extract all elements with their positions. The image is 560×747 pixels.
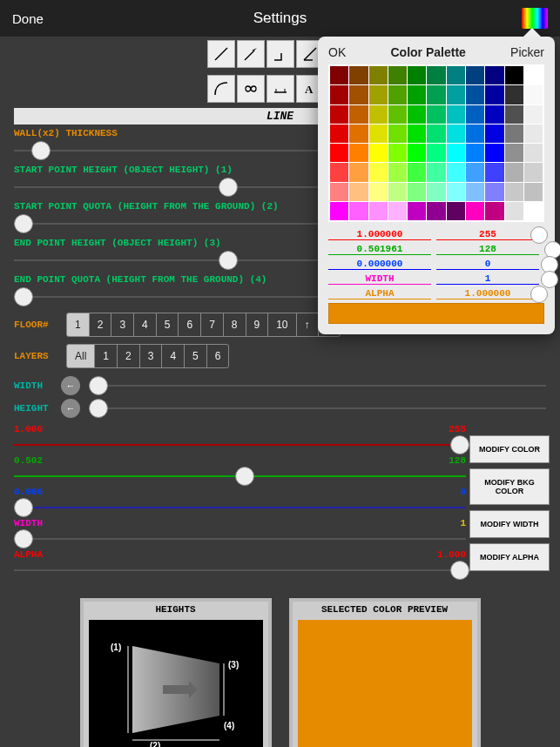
modify-bkg-color-button[interactable]: MODIFY BKG COLOR: [469, 468, 550, 505]
color-swatch[interactable]: [369, 66, 388, 84]
seg-item-6[interactable]: 6: [178, 313, 201, 337]
color-swatch[interactable]: [349, 163, 368, 181]
color-swatch[interactable]: [349, 144, 368, 162]
color-swatch[interactable]: [427, 183, 445, 201]
color-swatch[interactable]: [466, 183, 484, 201]
color-swatch[interactable]: [447, 183, 465, 201]
modify-alpha-button[interactable]: MODIFY ALPHA: [469, 543, 550, 571]
g-slider[interactable]: [14, 466, 466, 487]
color-swatch[interactable]: [330, 124, 348, 143]
color-swatch[interactable]: [505, 144, 523, 162]
height-slider[interactable]: [89, 398, 546, 419]
seg-item-↑[interactable]: ↑: [296, 313, 319, 337]
color-swatch[interactable]: [505, 124, 523, 143]
color-swatch[interactable]: [466, 85, 484, 104]
color-swatch[interactable]: [369, 85, 388, 104]
color-swatch[interactable]: [330, 105, 348, 124]
color-swatch[interactable]: [369, 163, 388, 181]
color-swatch[interactable]: [408, 202, 426, 220]
color-swatch[interactable]: [427, 144, 445, 162]
seg-item-6[interactable]: 6: [206, 344, 230, 368]
color-swatch[interactable]: [408, 105, 426, 124]
color-swatch[interactable]: [447, 105, 465, 124]
color-swatch[interactable]: [447, 202, 465, 220]
seg-item-5[interactable]: 5: [156, 313, 179, 337]
color-swatch[interactable]: [447, 66, 465, 84]
color-swatch[interactable]: [524, 144, 543, 162]
color-swatch[interactable]: [408, 85, 426, 104]
seg-item-4[interactable]: 4: [133, 313, 157, 337]
color-swatch[interactable]: [408, 66, 426, 84]
color-swatch[interactable]: [349, 202, 368, 220]
seg-item-7[interactable]: 7: [200, 313, 224, 337]
color-swatch[interactable]: [349, 85, 368, 104]
color-swatch[interactable]: [369, 202, 388, 220]
width-slider[interactable]: [89, 375, 546, 396]
color-swatch[interactable]: [485, 66, 503, 84]
color-swatch[interactable]: [447, 163, 465, 181]
seg-item-9[interactable]: 9: [246, 313, 269, 337]
color-swatch[interactable]: [466, 66, 484, 84]
color-swatch[interactable]: [349, 66, 368, 84]
color-swatch[interactable]: [330, 85, 348, 104]
color-swatch[interactable]: [369, 105, 388, 124]
seg-item-2[interactable]: 2: [89, 313, 112, 337]
a-slider[interactable]: [14, 560, 466, 581]
tool-curve-icon[interactable]: [207, 75, 235, 103]
color-swatch[interactable]: [505, 105, 523, 124]
color-swatch[interactable]: [388, 144, 407, 162]
color-swatch[interactable]: [505, 202, 523, 220]
seg-item-all[interactable]: All: [66, 344, 95, 368]
color-swatch[interactable]: [524, 163, 543, 181]
tool-measure-icon[interactable]: [267, 75, 294, 103]
color-swatch[interactable]: [505, 163, 523, 181]
color-swatch[interactable]: [408, 124, 426, 143]
seg-item-8[interactable]: 8: [223, 313, 246, 337]
seg-item-10[interactable]: 10: [267, 313, 296, 337]
color-swatch[interactable]: [524, 202, 543, 220]
color-swatch[interactable]: [408, 144, 426, 162]
color-swatch[interactable]: [466, 202, 484, 220]
popover-ok-button[interactable]: OK: [328, 45, 346, 59]
seg-item-1[interactable]: 1: [94, 344, 118, 368]
color-swatch[interactable]: [369, 144, 388, 162]
color-swatch[interactable]: [388, 202, 407, 220]
color-swatch[interactable]: [388, 85, 407, 104]
color-swatch[interactable]: [369, 183, 388, 201]
popover-picker-button[interactable]: Picker: [510, 45, 544, 59]
color-swatch[interactable]: [466, 124, 484, 143]
color-swatch[interactable]: [505, 183, 523, 201]
color-swatch[interactable]: [388, 105, 407, 124]
color-swatch[interactable]: [427, 85, 445, 104]
color-swatch[interactable]: [408, 183, 426, 201]
color-swatch[interactable]: [427, 105, 445, 124]
seg-item-4[interactable]: 4: [161, 344, 185, 368]
color-swatch[interactable]: [485, 85, 503, 104]
color-swatch[interactable]: [447, 144, 465, 162]
color-swatch[interactable]: [349, 183, 368, 201]
color-swatch[interactable]: [466, 163, 484, 181]
color-swatch[interactable]: [524, 105, 543, 124]
height-back-button[interactable]: ←: [61, 399, 80, 418]
color-swatch[interactable]: [485, 144, 503, 162]
color-swatch[interactable]: [485, 183, 503, 201]
tool-line-icon[interactable]: [207, 40, 235, 68]
color-swatch[interactable]: [524, 66, 543, 84]
seg-item-5[interactable]: 5: [184, 344, 207, 368]
width-back-button[interactable]: ←: [61, 376, 80, 395]
color-swatch[interactable]: [349, 105, 368, 124]
color-swatch[interactable]: [524, 85, 543, 104]
color-swatch[interactable]: [427, 163, 445, 181]
modify-color-button[interactable]: MODIFY COLOR: [469, 435, 550, 463]
color-swatch[interactable]: [427, 202, 445, 220]
color-swatch[interactable]: [524, 183, 543, 201]
color-swatch[interactable]: [447, 85, 465, 104]
b-slider[interactable]: [14, 497, 466, 518]
color-swatch[interactable]: [447, 124, 465, 143]
color-swatch[interactable]: [485, 202, 503, 220]
done-button[interactable]: Done: [12, 11, 44, 26]
color-swatch[interactable]: [427, 124, 445, 143]
color-swatch[interactable]: [505, 85, 523, 104]
color-swatch[interactable]: [388, 163, 407, 181]
palette-button[interactable]: [522, 8, 548, 29]
